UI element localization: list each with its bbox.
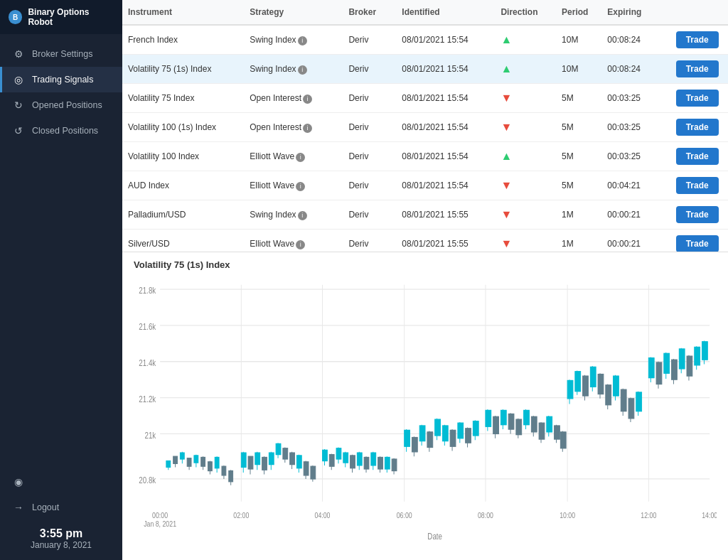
- svg-rect-61: [283, 448, 288, 459]
- cell-expiring: 00:00:21: [601, 200, 670, 230]
- col-header-strategy: Strategy: [244, 0, 343, 25]
- cell-direction: ▲: [495, 25, 556, 55]
- sidebar-item-logout[interactable]: → Logout: [0, 495, 122, 520]
- svg-text:21.8k: 21.8k: [139, 286, 156, 295]
- svg-rect-151: [628, 399, 634, 419]
- strategy-info-icon[interactable]: i: [296, 182, 305, 191]
- svg-rect-65: [296, 456, 301, 468]
- direction-up-icon: ▲: [500, 33, 512, 45]
- cell-action: Trade: [670, 142, 728, 171]
- broker-settings-icon: ⚙: [12, 48, 25, 60]
- cell-action: Trade: [670, 171, 728, 200]
- svg-text:21k: 21k: [145, 431, 156, 440]
- cell-identified: 08/01/2021 15:54: [396, 55, 495, 84]
- candlestick-chart: 21.8k 21.6k 21.4k 21.2k 21k 20.8k: [134, 276, 717, 556]
- cell-strategy: Elliott Wavei: [244, 142, 343, 171]
- col-header-period: Period: [556, 0, 601, 25]
- svg-rect-107: [458, 423, 464, 438]
- strategy-info-icon[interactable]: i: [298, 36, 307, 45]
- cell-expiring: 00:08:24: [601, 25, 670, 55]
- svg-rect-55: [262, 457, 267, 470]
- sidebar-item-broker-settings[interactable]: ⚙ Broker Settings: [0, 41, 122, 67]
- cell-instrument: Volatility 75 (1s) Index: [122, 55, 244, 84]
- trade-button[interactable]: Trade: [676, 119, 719, 136]
- col-header-expiring: Expiring: [601, 0, 670, 25]
- svg-text:21.6k: 21.6k: [139, 322, 156, 331]
- table-row: Volatility 75 (1s) Index Swing Indexi De…: [122, 55, 728, 84]
- trade-button[interactable]: Trade: [676, 235, 719, 252]
- col-header-action: [670, 0, 728, 25]
- svg-text:21.2k: 21.2k: [139, 394, 156, 404]
- trade-button[interactable]: Trade: [676, 60, 719, 77]
- sidebar-bottom: ◉ → Logout 3:55 pm January 8, 2021: [0, 469, 122, 560]
- trade-button[interactable]: Trade: [676, 90, 719, 107]
- svg-rect-111: [473, 421, 478, 436]
- strategy-info-icon[interactable]: i: [298, 211, 307, 220]
- strategy-info-icon[interactable]: i: [296, 153, 305, 162]
- sidebar-item-misc[interactable]: ◉: [0, 469, 122, 495]
- svg-rect-51: [248, 456, 253, 469]
- main-content: Instrument Strategy Broker Identified Di…: [122, 0, 728, 560]
- cell-action: Trade: [670, 84, 728, 113]
- direction-down-icon: ▼: [500, 237, 512, 249]
- cell-period: 5M: [556, 142, 601, 171]
- opened-positions-icon: ↻: [12, 99, 25, 111]
- trade-button[interactable]: Trade: [676, 177, 719, 194]
- svg-rect-123: [524, 410, 530, 424]
- svg-rect-53: [255, 453, 260, 465]
- sidebar-item-opened-positions[interactable]: ↻ Opened Positions: [0, 92, 122, 118]
- svg-text:Date: Date: [427, 532, 442, 541]
- cell-instrument: AUD Index: [122, 171, 244, 200]
- chart-title: Volatility 75 (1s) Index: [134, 259, 717, 270]
- cell-broker: Deriv: [343, 25, 396, 55]
- cell-period: 5M: [556, 113, 601, 142]
- signals-table: Instrument Strategy Broker Identified Di…: [122, 0, 728, 252]
- trade-button[interactable]: Trade: [676, 206, 719, 223]
- strategy-info-icon[interactable]: i: [303, 124, 312, 133]
- current-time: 3:55 pm: [0, 527, 122, 540]
- cell-direction: ▼: [495, 113, 556, 142]
- cell-identified: 08/01/2021 15:54: [396, 171, 495, 200]
- trade-button[interactable]: Trade: [676, 148, 719, 165]
- strategy-info-icon[interactable]: i: [298, 65, 307, 75]
- chart-section: Volatility 75 (1s) Index 21.8k 21.6k 21.…: [122, 252, 728, 560]
- sidebar-nav: ⚙ Broker Settings ◎ Trading Signals ↻ Op…: [0, 34, 122, 469]
- cell-strategy: Swing Indexi: [244, 200, 343, 230]
- table-body: French Index Swing Indexi Deriv 08/01/20…: [122, 25, 728, 252]
- svg-rect-29: [166, 461, 171, 468]
- strategy-info-icon[interactable]: i: [296, 240, 305, 249]
- svg-rect-31: [173, 456, 178, 463]
- sidebar-item-closed-positions[interactable]: ↺ Closed Positions: [0, 118, 122, 144]
- table-header-row: Instrument Strategy Broker Identified Di…: [122, 0, 728, 25]
- direction-up-icon: ▲: [500, 63, 512, 75]
- svg-rect-133: [560, 432, 566, 448]
- svg-text:21.4k: 21.4k: [139, 358, 156, 367]
- cell-direction: ▼: [495, 84, 556, 113]
- table-row: Volatility 75 Index Open Interesti Deriv…: [122, 84, 728, 113]
- strategy-info-icon[interactable]: i: [303, 95, 312, 104]
- cell-broker: Deriv: [343, 84, 396, 113]
- cell-instrument: Volatility 75 Index: [122, 84, 244, 113]
- direction-down-icon: ▼: [500, 208, 512, 220]
- svg-rect-139: [583, 376, 589, 396]
- cell-action: Trade: [670, 25, 728, 55]
- cell-broker: Deriv: [343, 113, 396, 142]
- cell-period: 10M: [556, 25, 601, 55]
- svg-rect-67: [304, 462, 309, 475]
- cell-expiring: 00:00:21: [601, 230, 670, 253]
- svg-rect-95: [412, 438, 417, 452]
- cell-direction: ▼: [495, 171, 556, 200]
- table-row: Silver/USD Elliott Wavei Deriv 08/01/202…: [122, 230, 728, 253]
- svg-rect-69: [311, 466, 316, 479]
- candles: [166, 341, 707, 485]
- cell-broker: Deriv: [343, 171, 396, 200]
- cell-broker: Deriv: [343, 200, 396, 230]
- sidebar-item-trading-signals[interactable]: ◎ Trading Signals: [0, 67, 122, 92]
- svg-rect-143: [598, 375, 604, 394]
- svg-rect-97: [419, 426, 425, 441]
- sidebar-label-closed-positions: Closed Positions: [32, 126, 98, 136]
- svg-text:14:00: 14:00: [702, 511, 717, 519]
- svg-rect-169: [702, 342, 708, 360]
- svg-rect-131: [555, 426, 560, 439]
- trade-button[interactable]: Trade: [676, 31, 719, 48]
